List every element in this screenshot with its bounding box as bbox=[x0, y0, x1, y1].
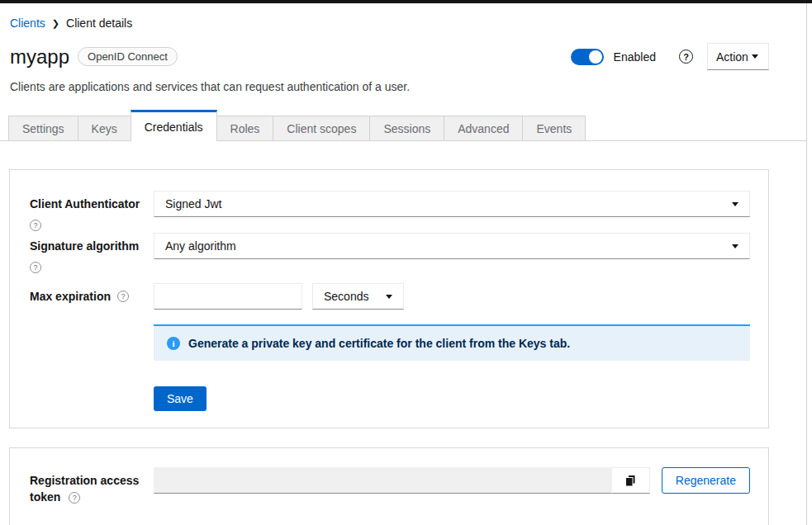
max-expiration-label-col: Max expiration ? bbox=[30, 283, 154, 305]
title-group: myapp OpenID Connect bbox=[10, 45, 178, 69]
time-unit-select[interactable]: Seconds bbox=[312, 283, 404, 310]
tab-credentials[interactable]: Credentials bbox=[131, 110, 217, 141]
tab-keys[interactable]: Keys bbox=[78, 116, 131, 140]
signature-algorithm-row: Signature algorithm ? Any algorithm bbox=[30, 233, 750, 273]
protocol-badge: OpenID Connect bbox=[78, 47, 178, 66]
tabs: Settings Keys Credentials Roles Client s… bbox=[0, 110, 806, 141]
registration-card: Registration access token ? bbox=[9, 447, 769, 525]
alert-row: i Generate a private key and certificate… bbox=[30, 324, 750, 361]
client-authenticator-label: Client Authenticator bbox=[30, 196, 154, 212]
registration-token-label-col: Registration access token ? bbox=[30, 467, 154, 505]
tab-advanced[interactable]: Advanced bbox=[444, 116, 523, 140]
action-dropdown-label: Action bbox=[716, 50, 748, 64]
chevron-down-icon bbox=[386, 295, 392, 299]
max-expiration-help-icon[interactable]: ? bbox=[117, 291, 129, 302]
client-authenticator-value: Signed Jwt bbox=[165, 197, 221, 210]
page-title: myapp bbox=[10, 45, 69, 69]
actions-row: Save bbox=[30, 361, 750, 411]
credentials-card: Client Authenticator ? Signed Jwt Signat… bbox=[9, 169, 769, 428]
registration-token-input bbox=[154, 467, 612, 494]
signature-algorithm-select[interactable]: Any algorithm bbox=[154, 233, 750, 259]
breadcrumb-separator-icon: ❯ bbox=[52, 19, 59, 28]
info-icon: i bbox=[167, 337, 180, 350]
signature-algorithm-label-col: Signature algorithm ? bbox=[30, 233, 154, 273]
client-details-page: Clients ❯ Client details myapp OpenID Co… bbox=[0, 3, 807, 525]
tab-settings[interactable]: Settings bbox=[8, 116, 78, 140]
client-authenticator-select[interactable]: Signed Jwt bbox=[154, 191, 750, 217]
header-controls: Enabled ? Action bbox=[571, 43, 769, 70]
action-dropdown[interactable]: Action bbox=[707, 43, 769, 70]
breadcrumb-link-clients[interactable]: Clients bbox=[10, 17, 45, 30]
signature-algorithm-label: Signature algorithm bbox=[30, 238, 154, 254]
page-description: Clients are applications and services th… bbox=[10, 80, 769, 93]
info-alert: i Generate a private key and certificate… bbox=[154, 324, 750, 361]
time-unit-value: Seconds bbox=[324, 290, 368, 303]
chevron-down-icon bbox=[752, 54, 758, 59]
max-expiration-row: Max expiration ? Seconds bbox=[30, 283, 750, 310]
signature-algorithm-help-icon[interactable]: ? bbox=[30, 262, 41, 273]
enabled-label: Enabled bbox=[614, 50, 656, 64]
max-expiration-label: Max expiration bbox=[30, 288, 111, 305]
title-row: myapp OpenID Connect Enabled ? Action bbox=[10, 43, 769, 70]
enabled-toggle[interactable] bbox=[571, 49, 604, 65]
chevron-down-icon bbox=[732, 244, 738, 248]
client-authenticator-row: Client Authenticator ? Signed Jwt bbox=[30, 191, 750, 231]
registration-token-input-group bbox=[154, 467, 650, 494]
tab-events[interactable]: Events bbox=[522, 116, 586, 140]
chevron-down-icon bbox=[732, 202, 738, 206]
registration-token-label: Registration access token bbox=[30, 474, 139, 504]
alert-message: Generate a private key and certificate f… bbox=[188, 337, 570, 350]
breadcrumb: Clients ❯ Client details bbox=[10, 17, 769, 30]
page-header: Clients ❯ Client details myapp OpenID Co… bbox=[0, 3, 806, 93]
copy-button[interactable] bbox=[612, 467, 650, 494]
client-authenticator-help-icon[interactable]: ? bbox=[30, 220, 41, 231]
tab-content: Client Authenticator ? Signed Jwt Signat… bbox=[0, 141, 806, 525]
tab-roles[interactable]: Roles bbox=[216, 116, 274, 140]
breadcrumb-current: Client details bbox=[66, 17, 132, 30]
signature-algorithm-value: Any algorithm bbox=[165, 239, 236, 253]
tab-client-scopes[interactable]: Client scopes bbox=[273, 116, 370, 140]
registration-token-row: Registration access token ? bbox=[30, 467, 750, 505]
client-authenticator-label-col: Client Authenticator ? bbox=[30, 191, 154, 231]
save-button[interactable]: Save bbox=[154, 386, 207, 411]
registration-token-help-icon[interactable]: ? bbox=[69, 492, 80, 504]
copy-icon bbox=[624, 474, 637, 487]
max-expiration-input[interactable] bbox=[154, 283, 302, 310]
regenerate-button[interactable]: Regenerate bbox=[662, 467, 750, 494]
help-icon[interactable]: ? bbox=[679, 50, 693, 64]
tab-sessions[interactable]: Sessions bbox=[369, 116, 444, 140]
toggle-knob bbox=[589, 50, 602, 64]
